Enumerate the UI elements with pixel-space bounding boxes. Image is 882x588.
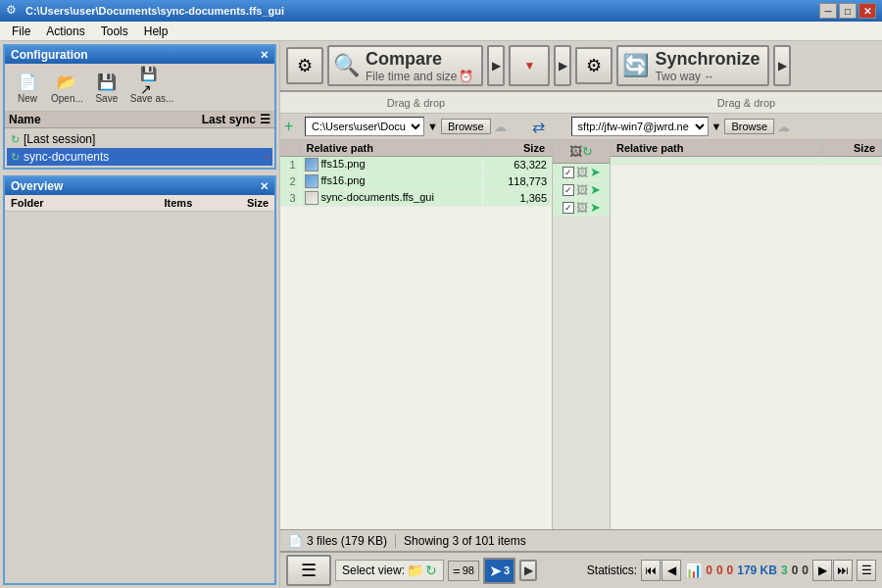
overview-col-size[interactable]: Size — [198, 195, 274, 212]
col-size-right[interactable]: Size — [823, 140, 882, 157]
file-size: 118,773 — [483, 173, 552, 190]
overview-col-folder[interactable]: Folder — [5, 195, 107, 212]
maximize-button[interactable]: □ — [839, 3, 857, 19]
sync-arrow-button[interactable]: ▶ — [773, 45, 791, 86]
menu-help[interactable]: Help — [136, 23, 176, 40]
row-checkbox[interactable] — [563, 184, 574, 196]
drag-drop-right: Drag & drop — [611, 95, 882, 111]
files-middle-column: 🖼 ↻ 🖼 ➤ 🖼 ➤ 🖼 ➤ — [552, 140, 611, 529]
menu-actions[interactable]: Actions — [38, 23, 92, 40]
stat-orange: 0 — [727, 564, 734, 577]
right-cloud-button[interactable]: ☁ — [777, 120, 790, 134]
open-button[interactable]: 📂 Open... — [46, 68, 88, 107]
tree-label-last-session: [Last session] — [24, 132, 269, 146]
view-folder-btn[interactable]: 📁 — [407, 563, 423, 578]
files-left-panel: Relative path Size 1 ffs15.png 63,322 2 … — [280, 140, 552, 529]
col-relative-path-left[interactable]: Relative path — [300, 140, 483, 157]
save-as-icon: 💾↗ — [140, 71, 164, 92]
close-button[interactable]: ✕ — [858, 3, 876, 19]
top-toolbar: ⚙ 🔍 Compare File time and size ⏰ ▶ ▼ ▶ ⚙ — [280, 41, 882, 92]
select-view-label: Select view: — [342, 564, 405, 577]
row-sync-icon[interactable]: ➤ — [590, 182, 601, 197]
save-button[interactable]: 💾 Save — [90, 68, 123, 107]
tree-col-last-sync: Last sync — [202, 113, 256, 126]
right-path-dropdown[interactable]: ▼ — [711, 121, 722, 132]
drag-drop-row: Drag & drop Drag & drop — [280, 92, 882, 114]
file-area: Drag & drop Drag & drop + C:\Users\user\… — [280, 92, 882, 551]
title-bar: ⚙ C:\Users\user\Documents\sync-documents… — [0, 0, 882, 22]
filter-button[interactable]: ▼ — [509, 45, 550, 86]
menu-file[interactable]: File — [4, 23, 38, 40]
nav-first-button[interactable]: ⏮ — [641, 560, 661, 581]
row-sync-icon[interactable]: ➤ — [590, 165, 601, 179]
swap-paths-button[interactable]: ⇄ — [527, 116, 551, 137]
config-panel-close[interactable]: ✕ — [260, 49, 269, 62]
filter-arrow-button[interactable]: ▶ — [554, 45, 571, 86]
row-sync-icon[interactable]: ➤ — [590, 200, 601, 215]
showing-text: Showing 3 of 101 items — [404, 534, 526, 548]
arrow-right-icon: ➤ — [489, 562, 502, 580]
sync-settings-button[interactable]: ⚙ — [575, 47, 612, 84]
file-name: ffs16.png — [300, 173, 483, 190]
overview-col-items[interactable]: Items — [107, 195, 198, 212]
nav-last-button[interactable]: ⏭ — [833, 560, 853, 581]
col-size-left[interactable]: Size — [483, 140, 552, 157]
new-label: New — [18, 93, 37, 104]
settings-button[interactable]: ⚙ — [286, 47, 323, 84]
tree-col-name: Name — [9, 113, 202, 126]
right-path-select[interactable]: sftp://jfw-win7@jwrd.ne — [571, 117, 709, 136]
synchronize-button[interactable]: 🔄 Synchronize Two way ↔ — [616, 45, 769, 86]
middle-col-sync: ↻ — [582, 144, 593, 159]
middle-row: 🖼 ➤ — [553, 199, 610, 217]
tree-item-sync-documents[interactable]: ↻ sync-documents - — [7, 148, 272, 166]
file-size: 63,322 — [483, 157, 552, 173]
nav-cluster: ⏮ ◀ — [641, 560, 681, 581]
statistics-label: Statistics: — [587, 564, 637, 577]
table-row: 3 sync-documents.ffs_gui 1,365 — [280, 190, 552, 207]
nav-next-button[interactable]: ▶ — [812, 560, 832, 581]
compare-arrow-button[interactable]: ▶ — [487, 45, 505, 86]
config-tree: ↻ [Last session] ↻ sync-documents - — [5, 128, 274, 168]
new-button[interactable]: 📄 New — [11, 68, 44, 107]
tree-item-last-session[interactable]: ↻ [Last session] — [7, 130, 272, 148]
left-path-dropdown[interactable]: ▼ — [427, 121, 438, 132]
file-count-icon: 📄 — [288, 534, 303, 548]
col-relative-path-right[interactable]: Relative path — [611, 140, 823, 157]
left-files-table: Relative path Size 1 ffs15.png 63,322 2 … — [280, 140, 552, 207]
stat-size: 179 KB — [737, 564, 777, 577]
menu-tools[interactable]: Tools — [93, 23, 136, 40]
save-as-label: Save as... — [130, 93, 173, 104]
tree-col-menu[interactable]: ☰ — [260, 113, 270, 126]
left-cloud-button[interactable]: ☁ — [494, 120, 507, 134]
row-file-icon: 🖼 — [576, 183, 588, 197]
config-panel-header: Configuration ✕ — [5, 46, 274, 64]
left-browse-button[interactable]: Browse — [441, 119, 491, 134]
list-view-button[interactable]: ☰ — [286, 555, 331, 586]
overview-panel-close[interactable]: ✕ — [260, 180, 269, 193]
arrow-view-group[interactable]: ➤ 3 — [483, 558, 515, 584]
row-checkbox[interactable] — [563, 202, 574, 214]
row-checkbox[interactable] — [563, 167, 574, 178]
path-swap-spacer: ⇄ — [510, 116, 568, 137]
add-left-path-button[interactable]: + — [284, 118, 302, 135]
stat-red-2: 0 — [716, 564, 723, 577]
row-file-icon: 🖼 — [576, 166, 588, 179]
middle-row: 🖼 ➤ — [553, 181, 610, 199]
left-panel: Configuration ✕ 📄 New 📂 Open... 💾 Save 💾… — [0, 41, 279, 588]
tree-header: Name Last sync ☰ — [5, 112, 274, 128]
save-as-button[interactable]: 💾↗ Save as... — [125, 68, 178, 107]
app-icon: ⚙ — [6, 3, 22, 19]
compare-button[interactable]: 🔍 Compare File time and size ⏰ — [327, 45, 483, 86]
minimize-button[interactable]: ─ — [819, 3, 837, 19]
left-path-select[interactable]: C:\Users\user\Docu — [305, 117, 424, 136]
view-refresh-btn[interactable]: ↻ — [425, 563, 437, 578]
file-count-text: 3 files (179 KB) — [307, 534, 387, 548]
files-right-panel: Relative path Size — [611, 140, 882, 529]
row-num: 1 — [280, 157, 300, 173]
right-browse-button[interactable]: Browse — [724, 119, 774, 134]
view-next-button[interactable]: ▶ — [519, 560, 537, 581]
status-bar: 📄 3 files (179 KB) Showing 3 of 101 item… — [280, 529, 882, 551]
nav-prev-button[interactable]: ◀ — [662, 560, 681, 581]
nav-menu-button[interactable]: ☰ — [857, 560, 876, 581]
save-label: Save — [95, 93, 118, 104]
